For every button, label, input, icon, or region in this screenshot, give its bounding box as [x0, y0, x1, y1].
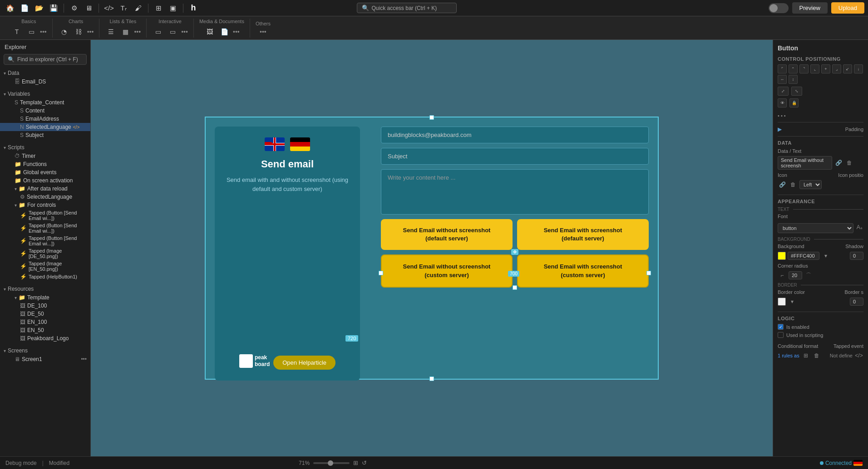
email-address-input[interactable]: buildingblocks@peakboard.com — [381, 127, 649, 143]
tree-item-tapped-3[interactable]: ⚡ Tapped (Button [Send Email wi...]) — [0, 234, 90, 247]
tree-item-global-events[interactable]: 📁 Global events — [0, 168, 90, 176]
tree-item-en50[interactable]: 🖼 EN_50 — [0, 326, 90, 334]
pos-fit-w[interactable]: ↔ — [778, 75, 787, 84]
sel-handle-left[interactable] — [379, 271, 383, 275]
quick-access-bar[interactable]: 🔍 Quick access bar (Ctrl + K) — [357, 3, 457, 13]
save-icon[interactable]: 💾 — [47, 2, 60, 15]
tree-item-for-controls[interactable]: ▾ 📁 For controls — [0, 201, 90, 209]
settings-icon[interactable]: ⚙ — [68, 2, 80, 15]
tree-item-emailaddress[interactable]: S EmailAddress — [0, 115, 90, 123]
tree-item-peakboard-logo[interactable]: 🖼 Peakboard_Logo — [0, 334, 90, 342]
pos-bl[interactable]: ↙ — [843, 64, 852, 73]
charts-link-icon[interactable]: ⛓ — [73, 26, 84, 38]
font-dropdown[interactable]: button — [778, 223, 853, 233]
interactive-btn-icon[interactable]: ▭ — [152, 26, 164, 38]
tree-item-selectedlanguage-script[interactable]: ⚙ SelectedLanguage — [0, 193, 90, 201]
data-section-header[interactable]: ▾ Data — [0, 68, 90, 78]
zoom-slider[interactable] — [313, 462, 350, 464]
basics-rect-icon[interactable]: ▭ — [25, 26, 37, 38]
tree-item-tapped-en[interactable]: ⚡ Tapped (Image [EN_50.png]) — [0, 260, 90, 273]
basics-text-icon[interactable]: T — [11, 26, 23, 38]
corner-radius-input[interactable]: 20 — [789, 271, 802, 279]
bg-dropdown-btn[interactable]: ▾ — [821, 251, 830, 260]
sel-handle-bottom-form[interactable] — [513, 285, 517, 290]
tapped-code-icon[interactable]: </> — [854, 351, 863, 360]
home-icon[interactable]: 🏠 — [4, 2, 16, 15]
grid-icon[interactable]: ⊞ — [152, 2, 165, 15]
tree-item-selectedlanguage[interactable]: N SelectedLanguage </> — [0, 123, 90, 131]
send-no-screenshot-default-btn[interactable]: Send Email without screenshot(default se… — [381, 219, 513, 250]
rules-label[interactable]: 1 rules as — [778, 353, 799, 358]
tree-item-tapped-1[interactable]: ⚡ Tapped (Button [Send Email wi...]) — [0, 209, 90, 222]
tree-item-email-ds[interactable]: 🗄 Email_DS — [0, 78, 90, 86]
zoom-fit-icon[interactable]: ⊞ — [353, 459, 358, 466]
paintbrush-icon[interactable]: 🖌 — [132, 2, 144, 15]
pos-tl[interactable]: ⌜ — [778, 64, 787, 73]
media-image-icon[interactable]: 🖼 — [204, 26, 216, 38]
font-resize-icon[interactable]: Aₐ — [855, 223, 863, 232]
media-doc-icon[interactable]: 📄 — [218, 26, 230, 38]
media-more[interactable]: ••• — [233, 26, 240, 38]
data-link-btn[interactable]: 🔗 — [834, 158, 843, 167]
tree-item-subject[interactable]: S Subject — [0, 131, 90, 139]
tree-item-en100[interactable]: 🖼 EN_100 — [0, 318, 90, 326]
used-in-scripting-checkbox[interactable] — [778, 332, 784, 338]
others-more[interactable]: ••• — [260, 28, 266, 35]
padding-expand-icon[interactable]: ▶ — [778, 126, 782, 132]
tree-item-tapped-2[interactable]: ⚡ Tapped (Button [Send Email wi...]) — [0, 222, 90, 234]
corner-all-btn[interactable]: ⌐ — [778, 271, 787, 280]
toggle-switch[interactable] — [769, 3, 789, 13]
pos-mr[interactable]: ⌟ — [832, 64, 841, 73]
screen1-menu[interactable]: ••• — [81, 356, 87, 362]
tree-item-de100[interactable]: 🖼 DE_100 — [0, 302, 90, 310]
visibility-icon[interactable]: 👁 — [778, 98, 787, 107]
sel-handle-top[interactable] — [429, 115, 434, 120]
shadow-input[interactable]: 0 — [850, 252, 863, 260]
border-color-dropdown[interactable]: ▾ — [788, 297, 797, 306]
display-icon[interactable]: 🖥 — [82, 2, 95, 15]
basics-more[interactable]: ••• — [40, 26, 47, 38]
tree-item-de50[interactable]: 🖼 DE_50 — [0, 310, 90, 318]
bg-color-input[interactable]: #FFFC400 — [788, 252, 819, 260]
layout-icon[interactable]: ▣ — [167, 2, 179, 15]
charts-more[interactable]: ••• — [87, 26, 94, 38]
resources-header[interactable]: ▾ Resources — [0, 284, 90, 293]
send-no-screenshot-custom-btn[interactable]: Send Email without screenshot(custom ser… — [381, 254, 513, 287]
send-with-screenshot-default-btn[interactable]: Send Email with screenshot(default serve… — [517, 219, 649, 250]
lists-more[interactable]: ••• — [134, 26, 141, 38]
border-color-swatch[interactable] — [778, 298, 786, 306]
tree-item-screen1[interactable]: 🖥 Screen1 ••• — [0, 355, 90, 363]
new-icon[interactable]: 📄 — [18, 2, 31, 15]
interactive-input-icon[interactable]: ▭ — [167, 26, 178, 38]
pos-bc[interactable]: ↓ — [854, 64, 863, 73]
icon-position-dropdown[interactable]: Left — [799, 180, 822, 189]
content-textarea[interactable]: Write your content here ... — [381, 169, 649, 215]
tree-item-on-screen[interactable]: 📁 On screen activation — [0, 176, 90, 185]
code-icon[interactable]: </> — [103, 2, 115, 15]
data-text-input[interactable]: Send Email without screensh — [778, 156, 832, 170]
upload-button[interactable]: Upload — [831, 2, 864, 14]
rules-delete-icon[interactable]: 🗑 — [812, 351, 821, 360]
sel-handle-right[interactable] — [646, 271, 651, 275]
tree-item-content[interactable]: S Content — [0, 107, 90, 115]
data-delete-btn[interactable]: 🗑 — [845, 158, 854, 167]
scripts-header[interactable]: ▾ Scripts — [0, 143, 90, 152]
pos-mc[interactable]: + — [821, 64, 830, 73]
zoom-reset-icon[interactable]: ↺ — [362, 459, 367, 466]
tree-item-timer[interactable]: ⏱ Timer — [0, 152, 90, 160]
explorer-search[interactable]: 🔍 Find in explorer (Ctrl + F) — [4, 54, 87, 65]
sel-handle-bottom[interactable] — [429, 376, 434, 381]
pos-expand[interactable]: ⤢ — [778, 87, 789, 96]
pos-tr[interactable]: ⌝ — [799, 64, 809, 73]
tree-item-template-content[interactable]: S Template_Content — [0, 98, 90, 107]
tree-item-functions[interactable]: 📁 Functions — [0, 160, 90, 168]
open-icon[interactable]: 📂 — [33, 2, 45, 15]
bg-color-swatch[interactable] — [778, 252, 786, 260]
subject-input[interactable]: Subject — [381, 148, 649, 165]
tree-item-template[interactable]: ▾ 📁 Template — [0, 293, 90, 302]
icon-delete-btn[interactable]: 🗑 — [789, 180, 798, 189]
lists-grid-icon[interactable]: ▦ — [119, 26, 131, 38]
tree-item-after-data[interactable]: ▾ 📁 After data reload — [0, 185, 90, 193]
helparticle-button[interactable]: Open Helparticle — [273, 356, 335, 370]
resize-handle-center[interactable]: ✥ — [511, 249, 518, 255]
